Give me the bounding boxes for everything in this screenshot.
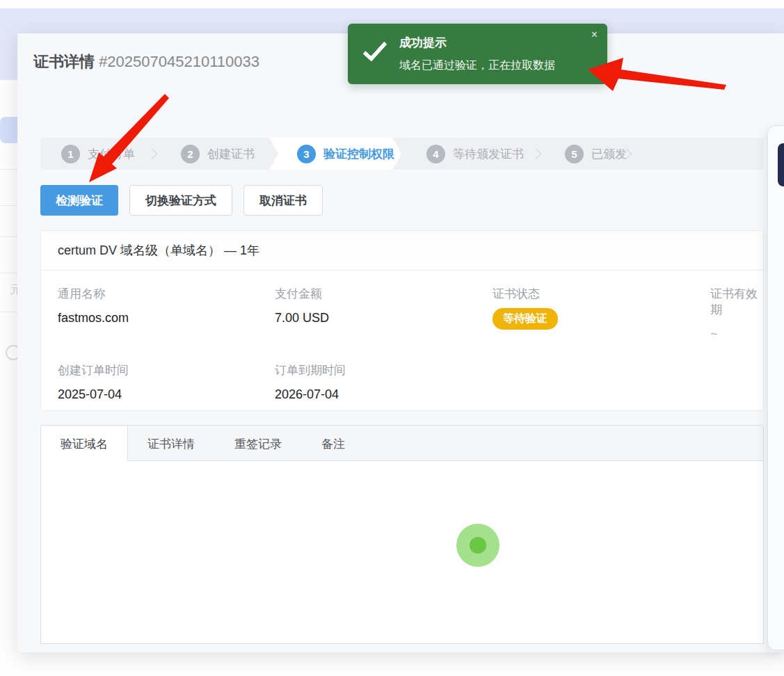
step-number-badge: 2	[181, 145, 200, 163]
field-label: 创建订单时间	[58, 362, 275, 378]
step-pay-order: 1 支付订单	[40, 138, 160, 170]
switch-validation-method-button[interactable]: 切换验证方式	[129, 185, 232, 216]
step-wizard: 1 支付订单 2 创建证书 3 验证控制权限 4 等待颁发证书 5 已颁发	[40, 138, 764, 170]
order-number: #202507045210110033	[99, 53, 259, 70]
field-value: ~	[710, 327, 763, 341]
field-label: 证书有效期	[710, 286, 763, 318]
detail-tabs: 验证域名 证书详情 重签记录 备注	[40, 425, 764, 461]
loading-spinner-core	[470, 537, 486, 554]
field-label: 通用名称	[58, 286, 275, 302]
tab-cert-details[interactable]: 证书详情	[128, 426, 215, 462]
screen: 元 证书详情 #202507045210110033 1 支付订单 2 创建证书…	[0, 0, 784, 676]
toast-title: 成功提示	[399, 35, 447, 51]
cancel-certificate-button[interactable]: 取消证书	[243, 185, 323, 216]
background-row-divider	[0, 236, 17, 237]
status-badge: 等待验证	[493, 308, 558, 330]
field-cert-status: 证书状态 等待验证	[493, 286, 710, 341]
toast-message: 域名已通过验证，正在拉取数据	[399, 58, 555, 73]
side-drawer-button[interactable]	[778, 143, 784, 186]
side-drawer-panel	[767, 125, 784, 650]
step-bar-tail	[634, 138, 764, 170]
step-number-badge: 4	[426, 145, 445, 163]
product-name: certum DV 域名级（单域名） — 1年	[41, 231, 763, 271]
field-payment-amount: 支付金额 7.00 USD	[275, 286, 493, 341]
action-button-row: 检测验证 切换验证方式 取消证书	[40, 185, 323, 216]
tab-verify-domain[interactable]: 验证域名	[40, 425, 128, 462]
step-label: 支付订单	[88, 146, 135, 162]
step-wait-issue: 4 等待颁发证书	[401, 138, 544, 170]
background-header-band-left	[0, 33, 17, 80]
loading-spinner	[456, 524, 499, 567]
certificate-info-card: certum DV 域名级（单域名） — 1年 通用名称 fastmos.com…	[40, 230, 764, 411]
field-value: fastmos.com	[58, 311, 275, 325]
chevron-right-icon	[147, 148, 158, 159]
background-row-divider	[0, 205, 17, 206]
step-number-badge: 5	[565, 145, 584, 163]
step-label: 验证控制权限	[323, 146, 394, 162]
tab-remarks[interactable]: 备注	[302, 426, 365, 462]
tab-content-panel	[40, 461, 764, 644]
chevron-right-icon	[531, 148, 542, 159]
field-label: 证书状态	[493, 286, 710, 302]
close-icon[interactable]: ×	[591, 29, 598, 40]
step-number-badge: 3	[297, 145, 316, 163]
background-row-divider	[0, 312, 17, 312]
field-common-name: 通用名称 fastmos.com	[58, 286, 275, 341]
step-verify-control: 3 验证控制权限	[269, 138, 401, 170]
field-cert-validity: 证书有效期 ~	[710, 286, 763, 341]
check-validation-button[interactable]: 检测验证	[40, 185, 118, 216]
field-value: 7.00 USD	[275, 311, 493, 325]
step-label: 等待颁发证书	[453, 146, 524, 162]
step-create-cert: 2 创建证书	[160, 138, 269, 170]
certificate-detail-modal: 证书详情 #202507045210110033 1 支付订单 2 创建证书 3…	[17, 33, 784, 652]
background-row-divider	[0, 273, 17, 273]
step-label: 创建证书	[207, 146, 255, 162]
field-order-expiry: 订单到期时间 2026-07-04	[275, 362, 493, 402]
tab-resign-records[interactable]: 重签记录	[215, 426, 302, 462]
success-toast: 成功提示 域名已通过验证，正在拉取数据 ×	[348, 24, 607, 84]
modal-title-text: 证书详情	[33, 53, 95, 70]
modal-title: 证书详情 #202507045210110033	[33, 51, 259, 72]
background-row-divider	[0, 169, 17, 170]
field-value: 2026-07-04	[275, 387, 493, 402]
field-order-created: 创建订单时间 2025-07-04	[58, 362, 275, 402]
step-number-badge: 1	[61, 145, 80, 163]
step-issued: 5 已颁发	[544, 138, 634, 170]
field-label: 订单到期时间	[275, 362, 493, 378]
check-icon	[362, 36, 387, 62]
certificate-fields: 通用名称 fastmos.com 支付金额 7.00 USD 证书状态 等待验证…	[41, 271, 763, 402]
field-value: 2025-07-04	[58, 387, 275, 402]
field-label: 支付金额	[275, 286, 493, 302]
